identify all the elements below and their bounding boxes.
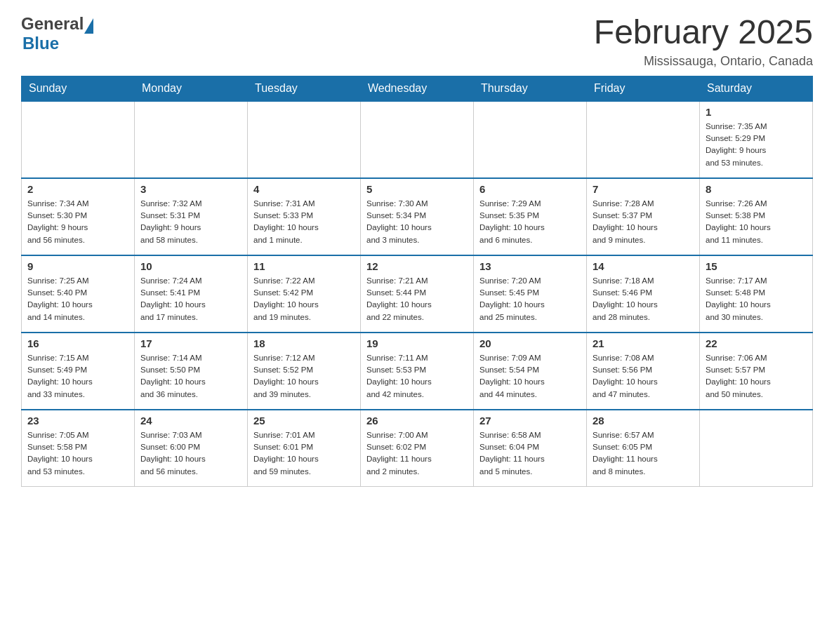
calendar-cell: [361, 101, 474, 178]
calendar-cell: 9Sunrise: 7:25 AM Sunset: 5:40 PM Daylig…: [22, 255, 135, 333]
calendar-cell: 3Sunrise: 7:32 AM Sunset: 5:31 PM Daylig…: [135, 178, 248, 255]
weekday-header-friday: Friday: [587, 76, 700, 101]
month-title: February 2025: [594, 14, 813, 51]
calendar-cell: 11Sunrise: 7:22 AM Sunset: 5:42 PM Dayli…: [248, 255, 361, 333]
calendar-cell: 6Sunrise: 7:29 AM Sunset: 5:35 PM Daylig…: [474, 178, 587, 255]
calendar-cell: 20Sunrise: 7:09 AM Sunset: 5:54 PM Dayli…: [474, 333, 587, 410]
day-number: 9: [27, 260, 128, 272]
day-number: 5: [366, 183, 468, 195]
day-number: 18: [253, 337, 355, 349]
calendar-cell: 15Sunrise: 7:17 AM Sunset: 5:48 PM Dayli…: [700, 255, 813, 333]
day-info: Sunrise: 7:14 AM Sunset: 5:50 PM Dayligh…: [140, 352, 241, 401]
day-info: Sunrise: 7:31 AM Sunset: 5:33 PM Dayligh…: [253, 198, 355, 246]
day-number: 17: [140, 337, 241, 349]
calendar-cell: 22Sunrise: 7:06 AM Sunset: 5:57 PM Dayli…: [700, 333, 813, 410]
calendar-cell: 17Sunrise: 7:14 AM Sunset: 5:50 PM Dayli…: [135, 333, 248, 410]
logo: General Blue: [21, 14, 93, 53]
day-info: Sunrise: 7:01 AM Sunset: 6:01 PM Dayligh…: [253, 429, 355, 478]
day-number: 22: [706, 337, 807, 349]
calendar-cell: 1Sunrise: 7:35 AM Sunset: 5:29 PM Daylig…: [700, 101, 813, 178]
day-info: Sunrise: 7:34 AM Sunset: 5:30 PM Dayligh…: [27, 198, 128, 246]
logo-blue-text: Blue: [22, 34, 59, 53]
calendar-cell: 26Sunrise: 7:00 AM Sunset: 6:02 PM Dayli…: [361, 410, 474, 487]
day-number: 7: [593, 183, 694, 195]
calendar-week-2: 2Sunrise: 7:34 AM Sunset: 5:30 PM Daylig…: [22, 178, 813, 255]
calendar-cell: 24Sunrise: 7:03 AM Sunset: 6:00 PM Dayli…: [135, 410, 248, 487]
day-info: Sunrise: 7:30 AM Sunset: 5:34 PM Dayligh…: [366, 198, 468, 246]
day-info: Sunrise: 7:06 AM Sunset: 5:57 PM Dayligh…: [706, 352, 807, 401]
day-info: Sunrise: 7:05 AM Sunset: 5:58 PM Dayligh…: [27, 429, 128, 478]
calendar-cell: [248, 101, 361, 178]
day-number: 19: [366, 337, 468, 349]
day-info: Sunrise: 6:58 AM Sunset: 6:04 PM Dayligh…: [479, 429, 581, 478]
calendar-cell: [700, 410, 813, 487]
calendar-cell: 7Sunrise: 7:28 AM Sunset: 5:37 PM Daylig…: [587, 178, 700, 255]
day-number: 28: [593, 415, 694, 427]
calendar-cell: 5Sunrise: 7:30 AM Sunset: 5:34 PM Daylig…: [361, 178, 474, 255]
day-info: Sunrise: 7:26 AM Sunset: 5:38 PM Dayligh…: [706, 198, 807, 246]
day-number: 24: [140, 415, 241, 427]
calendar-cell: 21Sunrise: 7:08 AM Sunset: 5:56 PM Dayli…: [587, 333, 700, 410]
day-number: 14: [593, 260, 694, 272]
calendar-cell: 14Sunrise: 7:18 AM Sunset: 5:46 PM Dayli…: [587, 255, 700, 333]
calendar-cell: 2Sunrise: 7:34 AM Sunset: 5:30 PM Daylig…: [22, 178, 135, 255]
day-info: Sunrise: 7:03 AM Sunset: 6:00 PM Dayligh…: [140, 429, 241, 478]
day-info: Sunrise: 7:09 AM Sunset: 5:54 PM Dayligh…: [479, 352, 581, 401]
calendar-cell: 19Sunrise: 7:11 AM Sunset: 5:53 PM Dayli…: [361, 333, 474, 410]
day-number: 8: [706, 183, 807, 195]
day-number: 25: [253, 415, 355, 427]
day-info: Sunrise: 7:15 AM Sunset: 5:49 PM Dayligh…: [27, 352, 128, 401]
calendar-week-3: 9Sunrise: 7:25 AM Sunset: 5:40 PM Daylig…: [22, 255, 813, 333]
day-info: Sunrise: 7:35 AM Sunset: 5:29 PM Dayligh…: [706, 121, 807, 169]
day-number: 15: [706, 260, 807, 272]
day-info: Sunrise: 7:11 AM Sunset: 5:53 PM Dayligh…: [366, 352, 468, 401]
weekday-header-saturday: Saturday: [700, 76, 813, 101]
location-title: Mississauga, Ontario, Canada: [594, 54, 813, 69]
weekday-header-tuesday: Tuesday: [248, 76, 361, 101]
day-info: Sunrise: 7:32 AM Sunset: 5:31 PM Dayligh…: [140, 198, 241, 246]
calendar-week-5: 23Sunrise: 7:05 AM Sunset: 5:58 PM Dayli…: [22, 410, 813, 487]
day-number: 26: [366, 415, 468, 427]
calendar-week-1: 1Sunrise: 7:35 AM Sunset: 5:29 PM Daylig…: [22, 101, 813, 178]
day-info: Sunrise: 7:28 AM Sunset: 5:37 PM Dayligh…: [593, 198, 694, 246]
day-info: Sunrise: 6:57 AM Sunset: 6:05 PM Dayligh…: [593, 429, 694, 478]
day-number: 1: [706, 106, 807, 118]
day-number: 6: [479, 183, 581, 195]
weekday-header-monday: Monday: [135, 76, 248, 101]
day-info: Sunrise: 7:24 AM Sunset: 5:41 PM Dayligh…: [140, 275, 241, 323]
day-info: Sunrise: 7:21 AM Sunset: 5:44 PM Dayligh…: [366, 275, 468, 323]
calendar-cell: 27Sunrise: 6:58 AM Sunset: 6:04 PM Dayli…: [474, 410, 587, 487]
day-number: 21: [593, 337, 694, 349]
day-number: 23: [27, 415, 128, 427]
calendar-cell: [474, 101, 587, 178]
calendar-cell: 28Sunrise: 6:57 AM Sunset: 6:05 PM Dayli…: [587, 410, 700, 487]
logo-general-text: General: [21, 14, 84, 34]
day-info: Sunrise: 7:18 AM Sunset: 5:46 PM Dayligh…: [593, 275, 694, 323]
day-number: 11: [253, 260, 355, 272]
calendar-cell: 4Sunrise: 7:31 AM Sunset: 5:33 PM Daylig…: [248, 178, 361, 255]
calendar-cell: 13Sunrise: 7:20 AM Sunset: 5:45 PM Dayli…: [474, 255, 587, 333]
day-number: 2: [27, 183, 128, 195]
calendar-week-4: 16Sunrise: 7:15 AM Sunset: 5:49 PM Dayli…: [22, 333, 813, 410]
day-info: Sunrise: 7:08 AM Sunset: 5:56 PM Dayligh…: [593, 352, 694, 401]
weekday-header-wednesday: Wednesday: [361, 76, 474, 101]
weekday-header-thursday: Thursday: [474, 76, 587, 101]
calendar-cell: 23Sunrise: 7:05 AM Sunset: 5:58 PM Dayli…: [22, 410, 135, 487]
weekday-header-sunday: Sunday: [22, 76, 135, 101]
day-info: Sunrise: 7:22 AM Sunset: 5:42 PM Dayligh…: [253, 275, 355, 323]
calendar-cell: 12Sunrise: 7:21 AM Sunset: 5:44 PM Dayli…: [361, 255, 474, 333]
day-info: Sunrise: 7:12 AM Sunset: 5:52 PM Dayligh…: [253, 352, 355, 401]
day-number: 4: [253, 183, 355, 195]
day-info: Sunrise: 7:25 AM Sunset: 5:40 PM Dayligh…: [27, 275, 128, 323]
page-header: General Blue February 2025 Mississauga, …: [21, 14, 813, 69]
calendar-cell: 10Sunrise: 7:24 AM Sunset: 5:41 PM Dayli…: [135, 255, 248, 333]
day-number: 27: [479, 415, 581, 427]
day-info: Sunrise: 7:20 AM Sunset: 5:45 PM Dayligh…: [479, 275, 581, 323]
day-number: 20: [479, 337, 581, 349]
day-number: 12: [366, 260, 468, 272]
day-number: 3: [140, 183, 241, 195]
calendar-cell: [135, 101, 248, 178]
day-number: 13: [479, 260, 581, 272]
calendar-cell: 16Sunrise: 7:15 AM Sunset: 5:49 PM Dayli…: [22, 333, 135, 410]
calendar-cell: 8Sunrise: 7:26 AM Sunset: 5:38 PM Daylig…: [700, 178, 813, 255]
